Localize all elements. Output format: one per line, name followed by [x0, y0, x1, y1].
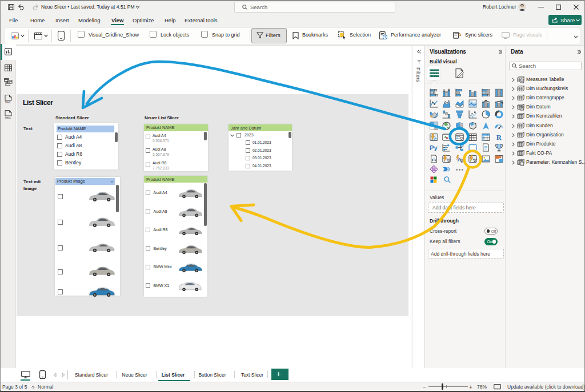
svg-text:Py: Py	[430, 144, 438, 151]
svg-text:R: R	[496, 134, 502, 142]
svg-text:TMDL: TMDL	[5, 116, 11, 119]
svg-text:DAX: DAX	[5, 101, 10, 103]
